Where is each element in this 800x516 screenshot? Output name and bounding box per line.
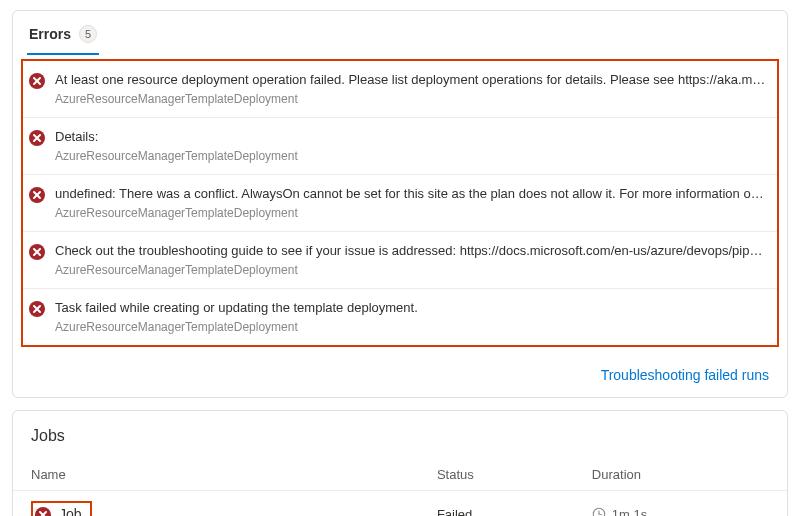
error-icon	[29, 130, 45, 146]
jobs-card: Jobs Name Status Duration Job Failed 1m …	[12, 410, 788, 516]
error-message: At least one resource deployment operati…	[55, 71, 767, 89]
header-name: Name	[31, 467, 437, 482]
error-item[interactable]: Details: AzureResourceManagerTemplateDep…	[23, 118, 777, 175]
errors-card: Errors 5 At least one resource deploymen…	[12, 10, 788, 398]
error-text: At least one resource deployment operati…	[55, 71, 767, 107]
header-status: Status	[437, 467, 592, 482]
error-source: AzureResourceManagerTemplateDeployment	[55, 262, 767, 278]
error-icon	[29, 301, 45, 317]
troubleshoot-row: Troubleshooting failed runs	[13, 357, 787, 397]
troubleshoot-link[interactable]: Troubleshooting failed runs	[601, 367, 769, 383]
error-icon	[35, 507, 51, 516]
error-message: Details:	[55, 128, 767, 146]
error-source: AzureResourceManagerTemplateDeployment	[55, 91, 767, 107]
clock-icon	[592, 507, 606, 516]
error-text: undefined: There was a conflict. AlwaysO…	[55, 185, 767, 221]
error-icon	[29, 244, 45, 260]
error-list: At least one resource deployment operati…	[23, 61, 777, 345]
error-source: AzureResourceManagerTemplateDeployment	[55, 319, 767, 335]
tabs: Errors 5	[13, 11, 787, 55]
error-message: Task failed while creating or updating t…	[55, 299, 767, 317]
error-item[interactable]: At least one resource deployment operati…	[23, 61, 777, 118]
error-text: Task failed while creating or updating t…	[55, 299, 767, 335]
error-icon	[29, 187, 45, 203]
jobs-title: Jobs	[13, 411, 787, 459]
errors-highlight: At least one resource deployment operati…	[21, 59, 779, 347]
error-message: Check out the troubleshooting guide to s…	[55, 242, 767, 260]
error-item[interactable]: Check out the troubleshooting guide to s…	[23, 232, 777, 289]
error-icon	[29, 73, 45, 89]
error-source: AzureResourceManagerTemplateDeployment	[55, 148, 767, 164]
job-duration-cell: 1m 1s	[592, 507, 769, 517]
job-status: Failed	[437, 507, 592, 517]
error-item[interactable]: Task failed while creating or updating t…	[23, 289, 777, 345]
jobs-header: Name Status Duration	[13, 459, 787, 491]
jobs-row[interactable]: Job Failed 1m 1s	[13, 491, 787, 516]
tab-errors[interactable]: Errors 5	[27, 21, 99, 55]
error-item[interactable]: undefined: There was a conflict. AlwaysO…	[23, 175, 777, 232]
job-duration: 1m 1s	[612, 507, 647, 517]
job-highlight: Job	[31, 501, 92, 516]
tab-errors-count: 5	[79, 25, 97, 43]
error-message: undefined: There was a conflict. AlwaysO…	[55, 185, 767, 203]
job-name: Job	[59, 506, 82, 516]
tab-errors-label: Errors	[29, 26, 71, 42]
header-duration: Duration	[592, 467, 769, 482]
error-text: Details: AzureResourceManagerTemplateDep…	[55, 128, 767, 164]
error-text: Check out the troubleshooting guide to s…	[55, 242, 767, 278]
svg-line-20	[599, 514, 602, 515]
error-source: AzureResourceManagerTemplateDeployment	[55, 205, 767, 221]
job-name-cell: Job	[31, 501, 437, 516]
